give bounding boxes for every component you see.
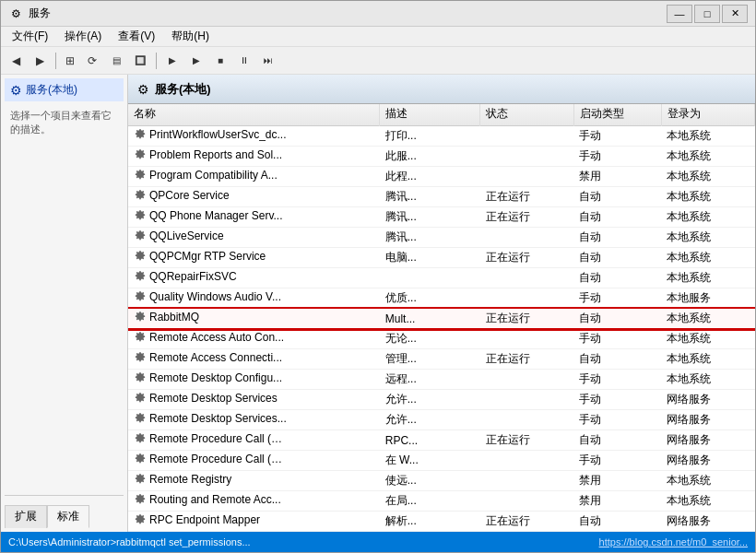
service-name-cell: QQ Phone Manager Serv... (128, 207, 380, 228)
service-desc-cell: 解析... (380, 512, 480, 532)
service-login-cell: 网络服务 (661, 451, 754, 471)
services-table-container[interactable]: 名称 描述 状态 启动类型 登录为 PrintWorkflowUserSvc_d… (128, 104, 755, 532)
service-desc-cell: 允许... (380, 390, 480, 410)
service-name-cell: RPC Endpoint Mapper (128, 512, 380, 532)
service-login-cell: 本地系统 (661, 268, 754, 288)
refresh-button[interactable]: ⟳ (81, 51, 103, 71)
table-row[interactable]: QQ Phone Manager Serv... 腾讯...正在运行自动本地系统 (128, 207, 755, 228)
service-status-cell: 正在运行 (480, 309, 573, 329)
service-login-cell: 本地系统 (661, 248, 754, 268)
table-row[interactable]: Remote Procedure Call (… 在 W...手动网络服务 (128, 451, 755, 471)
table-row[interactable]: Quality Windows Audio V... 优质...手动本地服务 (128, 288, 755, 309)
service-status-cell: 正在运行 (480, 512, 573, 532)
service-name-cell: Remote Registry (128, 471, 380, 491)
table-row[interactable]: QPCore Service 腾讯...正在运行自动本地系统 (128, 187, 755, 207)
main-window: ⚙ 服务 — □ ✕ 文件(F) 操作(A) 查看(V) 帮助(H) ◀ ▶ ⊞… (0, 0, 756, 553)
col-header-name[interactable]: 名称 (128, 104, 380, 126)
menu-help[interactable]: 帮助(H) (164, 27, 217, 46)
service-name-cell: Remote Desktop Services... (128, 410, 380, 430)
properties-button[interactable]: 🔲 (129, 51, 151, 71)
service-startup-cell: 自动 (573, 248, 661, 268)
close-button[interactable]: ✕ (722, 5, 748, 23)
service-startup-cell: 自动 (573, 207, 661, 228)
table-row[interactable]: QQLiveService 腾讯...自动本地系统 (128, 228, 755, 248)
service-login-cell: 网络服务 (661, 410, 754, 430)
service-name-text: RabbitMQ (149, 311, 199, 324)
service-name-text: Quality Windows Audio V... (149, 290, 281, 303)
minimize-button[interactable]: — (667, 5, 692, 23)
service-status-cell (480, 471, 573, 491)
service-login-cell: 本地系统 (661, 471, 754, 491)
table-row[interactable]: Remote Access Connecti... 管理...正在运行自动本地系… (128, 349, 755, 370)
service-startup-cell: 手动 (573, 370, 661, 390)
service-gear-icon (134, 432, 147, 445)
show-hide-button[interactable]: ⊞ (61, 51, 79, 71)
pause-button[interactable]: ⏸ (233, 51, 255, 71)
sidebar-description: 选择一个项目来查看它的描述。 (5, 101, 124, 145)
service-gear-icon (134, 209, 147, 222)
toolbar-separator-1 (55, 53, 56, 69)
status-bar-right-link[interactable]: https://blog.csdn.net/m0_senior... (599, 536, 748, 547)
col-header-status[interactable]: 状态 (480, 104, 573, 126)
skip-button[interactable]: ⏭ (257, 51, 279, 71)
table-row[interactable]: Routing and Remote Acc... 在局...禁用本地系统 (128, 491, 755, 512)
table-row[interactable]: Remote Desktop Services... 允许...手动网络服务 (128, 410, 755, 430)
status-bar-left-text: C:\Users\Administrator>rabbitmqctl set_p… (8, 536, 251, 547)
service-desc-cell: 使远... (380, 471, 480, 491)
sidebar-item-local[interactable]: ⚙ 服务(本地) (5, 78, 124, 101)
service-gear-icon (134, 371, 147, 384)
title-bar: ⚙ 服务 — □ ✕ (1, 1, 755, 27)
table-row[interactable]: Remote Desktop Services 允许...手动网络服务 (128, 390, 755, 410)
service-name-text: Remote Access Connecti... (149, 351, 282, 364)
service-name-text: Program Compatibility A... (149, 169, 278, 182)
menu-action[interactable]: 操作(A) (57, 27, 109, 46)
play-button[interactable]: ▶ (161, 51, 183, 71)
main-content: ⚙ 服务(本地) 选择一个项目来查看它的描述。 扩展 标准 ⚙ 服务(本地) (1, 75, 755, 532)
service-name-cell: QPCore Service (128, 187, 380, 207)
table-row[interactable]: RabbitMQ Mult...正在运行自动本地系统 (128, 309, 755, 329)
table-header-row: 名称 描述 状态 启动类型 登录为 (128, 104, 755, 126)
service-status-cell (480, 329, 573, 349)
table-row[interactable]: Remote Procedure Call (… RPC...正在运行自动网络服… (128, 430, 755, 451)
sidebar-tab-standard[interactable]: 标准 (47, 505, 89, 528)
forward-button[interactable]: ▶ (29, 51, 51, 71)
col-header-login[interactable]: 登录为 (661, 104, 754, 126)
service-name-text: QQ Phone Manager Serv... (149, 209, 283, 222)
service-gear-icon (134, 331, 147, 344)
table-row[interactable]: QQRepairFixSVC 自动本地系统 (128, 268, 755, 288)
col-header-desc[interactable]: 描述 (380, 104, 480, 126)
table-row[interactable]: Problem Reports and Sol... 此服...手动本地系统 (128, 147, 755, 167)
service-name-cell: QQLiveService (128, 228, 380, 248)
back-button[interactable]: ◀ (5, 51, 27, 71)
menu-view[interactable]: 查看(V) (111, 27, 162, 46)
service-login-cell: 本地系统 (661, 167, 754, 187)
play2-button[interactable]: ▶ (185, 51, 207, 71)
sidebar: ⚙ 服务(本地) 选择一个项目来查看它的描述。 扩展 标准 (1, 75, 128, 532)
service-startup-cell: 自动 (573, 268, 661, 288)
sidebar-tab-expand[interactable]: 扩展 (5, 505, 47, 528)
service-login-cell: 网络服务 (661, 390, 754, 410)
service-login-cell: 网络服务 (661, 512, 754, 532)
table-row[interactable]: Remote Registry 使远...禁用本地系统 (128, 471, 755, 491)
table-row[interactable]: Remote Desktop Configu... 远程...手动本地系统 (128, 370, 755, 390)
table-row[interactable]: RPC Endpoint Mapper 解析...正在运行自动网络服务 (128, 512, 755, 532)
service-desc-cell: 允许... (380, 410, 480, 430)
service-startup-cell: 手动 (573, 126, 661, 147)
service-name-text: RPC Endpoint Mapper (149, 513, 260, 526)
table-row[interactable]: PrintWorkflowUserSvc_dc... 打印...手动本地系统 (128, 126, 755, 147)
service-gear-icon (134, 148, 147, 161)
maximize-button[interactable]: □ (694, 5, 720, 23)
table-row[interactable]: Program Compatibility A... 此程...禁用本地系统 (128, 167, 755, 187)
service-desc-cell: 腾讯... (380, 207, 480, 228)
service-desc-cell: 此服... (380, 147, 480, 167)
sidebar-gear-icon: ⚙ (10, 83, 22, 98)
export-button[interactable]: ▤ (105, 51, 127, 71)
panel-header-icon: ⚙ (137, 82, 149, 97)
menu-file[interactable]: 文件(F) (5, 27, 55, 46)
table-row[interactable]: QQPCMgr RTP Service 电脑...正在运行自动本地系统 (128, 248, 755, 268)
col-header-startup[interactable]: 启动类型 (573, 104, 661, 126)
service-status-cell: 正在运行 (480, 430, 573, 451)
stop-button[interactable]: ■ (209, 51, 231, 71)
table-row[interactable]: Remote Access Auto Con... 无论...手动本地系统 (128, 329, 755, 349)
service-name-text: Remote Registry (149, 473, 231, 486)
